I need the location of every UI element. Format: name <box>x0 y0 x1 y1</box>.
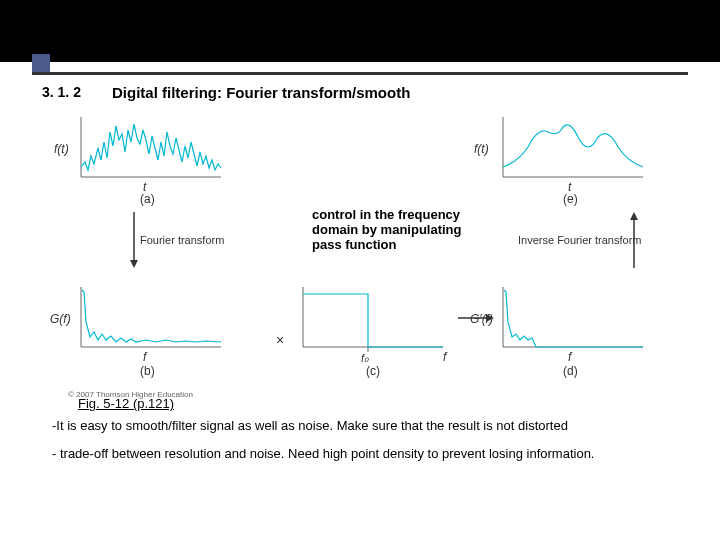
panel-d-xlabel: f <box>568 350 571 364</box>
panel-b <box>76 282 226 357</box>
panel-d <box>498 282 648 357</box>
panel-d-tag: (d) <box>563 364 578 378</box>
inverse-label: Inverse Fourier transform <box>518 234 641 246</box>
divider <box>32 72 688 75</box>
panel-a <box>76 112 226 187</box>
section-title: Digital filtering: Fourier transform/smo… <box>112 84 410 101</box>
panel-b-ylabel: G(f) <box>50 312 71 326</box>
panel-a-tag: (a) <box>140 192 155 206</box>
bullet-1: -It is easy to smooth/filter signal as w… <box>52 418 692 434</box>
panel-d-ylabel: G'(f) <box>470 312 493 326</box>
panel-c <box>298 282 448 357</box>
panel-a-ylabel: f(t) <box>54 142 69 156</box>
svg-marker-3 <box>630 212 638 220</box>
figure-area: f(t) t (a) f(t) t (e) control in the fre… <box>68 112 668 382</box>
multiply-symbol: × <box>276 332 284 348</box>
slide: 3. 1. 2 Digital filtering: Fourier trans… <box>0 0 720 540</box>
header-black-bar <box>0 0 720 62</box>
center-text: control in the frequency domain by manip… <box>312 208 462 253</box>
panel-c-xlabel: f <box>443 350 446 364</box>
panel-e <box>498 112 648 187</box>
panel-e-tag: (e) <box>563 192 578 206</box>
down-arrow-icon <box>128 210 140 270</box>
section-number: 3. 1. 2 <box>42 84 81 100</box>
bullet-2: - trade-off between resolution and noise… <box>52 446 692 462</box>
panel-b-xlabel: f <box>143 350 146 364</box>
bullet-square-icon <box>32 54 50 72</box>
figure-caption: Fig. 5-12 (p.121) <box>78 396 174 411</box>
up-arrow-icon <box>628 210 640 270</box>
panel-e-ylabel: f(t) <box>474 142 489 156</box>
fourier-label: Fourier transform <box>140 234 224 246</box>
svg-marker-1 <box>130 260 138 268</box>
panel-c-tag: (c) <box>366 364 380 378</box>
panel-b-tag: (b) <box>140 364 155 378</box>
